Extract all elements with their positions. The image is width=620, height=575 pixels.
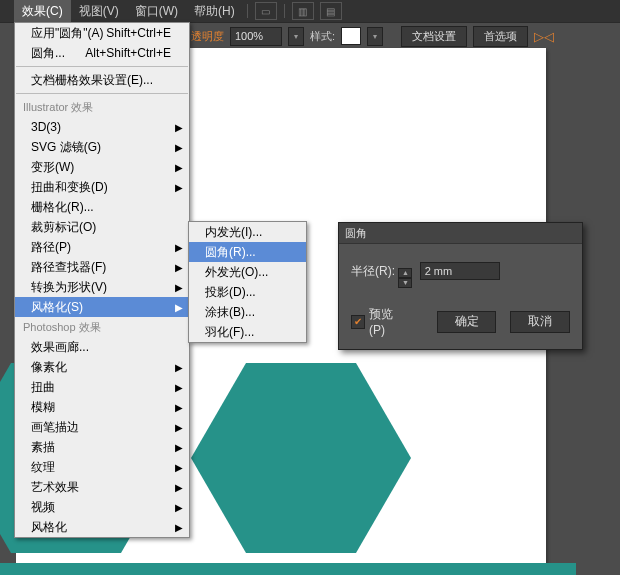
menu-item-label: 圆角(R)... bbox=[205, 244, 256, 261]
submenu-arrow-icon: ▶ bbox=[175, 122, 183, 133]
menu-item[interactable]: 内发光(I)... bbox=[189, 222, 306, 242]
menu-item-label: 路径(P) bbox=[31, 239, 71, 256]
menu-item[interactable]: 路径(P)▶ bbox=[15, 237, 189, 257]
ok-button[interactable]: 确定 bbox=[437, 311, 497, 333]
menubar: 效果(C) 视图(V) 窗口(W) 帮助(H) ▭ ▥ ▤ bbox=[0, 0, 620, 22]
menu-item-label: 扭曲 bbox=[31, 379, 55, 396]
style-label: 样式: bbox=[310, 29, 335, 44]
menu-item-label: 视频 bbox=[31, 499, 55, 516]
radius-label: 半径(R): bbox=[351, 264, 395, 278]
menu-shortcut: Shift+Ctrl+E bbox=[106, 26, 171, 40]
menu-item[interactable]: 羽化(F)... bbox=[189, 322, 306, 342]
menu-item-label: 纹理 bbox=[31, 459, 55, 476]
menu-view[interactable]: 视图(V) bbox=[71, 0, 127, 22]
menu-raster-settings[interactable]: 文档栅格效果设置(E)... bbox=[15, 70, 189, 90]
submenu-arrow-icon: ▶ bbox=[175, 442, 183, 453]
menu-item[interactable]: SVG 滤镜(G)▶ bbox=[15, 137, 189, 157]
submenu-arrow-icon: ▶ bbox=[175, 482, 183, 493]
menu-item[interactable]: 投影(D)... bbox=[189, 282, 306, 302]
menu-item[interactable]: 3D(3)▶ bbox=[15, 117, 189, 137]
submenu-arrow-icon: ▶ bbox=[175, 142, 183, 153]
stylize-submenu: 内发光(I)...圆角(R)...外发光(O)...投影(D)...涂抹(B).… bbox=[188, 221, 307, 343]
toolbar-icon3[interactable]: ▤ bbox=[320, 2, 342, 20]
preview-label: 预览(P) bbox=[369, 306, 409, 337]
menu-item-label: 扭曲和变换(D) bbox=[31, 179, 108, 196]
menu-item-label: 3D(3) bbox=[31, 120, 61, 134]
submenu-arrow-icon: ▶ bbox=[175, 302, 183, 313]
menu-item[interactable]: 路径查找器(F)▶ bbox=[15, 257, 189, 277]
menu-effects[interactable]: 效果(C) bbox=[14, 0, 71, 22]
opacity-dropdown[interactable]: ▾ bbox=[288, 27, 304, 46]
submenu-arrow-icon: ▶ bbox=[175, 522, 183, 533]
style-swatch[interactable] bbox=[341, 27, 361, 45]
menu-item[interactable]: 风格化(S)▶ bbox=[15, 297, 189, 317]
submenu-arrow-icon: ▶ bbox=[175, 382, 183, 393]
radius-input[interactable] bbox=[420, 262, 500, 280]
menu-item-label: 外发光(O)... bbox=[205, 264, 268, 281]
menu-item-label: 素描 bbox=[31, 439, 55, 456]
radius-stepper[interactable]: ▲▼ bbox=[398, 268, 412, 288]
rect-shape[interactable] bbox=[0, 563, 576, 575]
prefs-button[interactable]: 首选项 bbox=[473, 26, 528, 47]
menu-item-label: 画笔描边 bbox=[31, 419, 79, 436]
menu-item[interactable]: 栅格化(R)... bbox=[15, 197, 189, 217]
menu-item-label: 应用"圆角"(A) bbox=[31, 25, 104, 42]
toolbar-icon1[interactable]: ▭ bbox=[255, 2, 277, 20]
menu-item-label: 变形(W) bbox=[31, 159, 74, 176]
menu-item[interactable]: 外发光(O)... bbox=[189, 262, 306, 282]
effects-menu: 应用"圆角"(A) Shift+Ctrl+E 圆角... Alt+Shift+C… bbox=[14, 22, 190, 538]
menu-item-label: 内发光(I)... bbox=[205, 224, 262, 241]
menu-item[interactable]: 效果画廊... bbox=[15, 337, 189, 357]
menu-help[interactable]: 帮助(H) bbox=[186, 0, 243, 22]
hexagon-shape[interactable] bbox=[191, 363, 411, 553]
menu-apply-effect[interactable]: 应用"圆角"(A) Shift+Ctrl+E bbox=[15, 23, 189, 43]
menu-item-label: 效果画廊... bbox=[31, 339, 89, 356]
round-corners-dialog: 圆角 半径(R): ▲▼ ✔ 预览(P) 确定 取消 bbox=[338, 222, 583, 350]
preview-checkbox[interactable]: ✔ 预览(P) bbox=[351, 306, 409, 337]
submenu-arrow-icon: ▶ bbox=[175, 182, 183, 193]
submenu-arrow-icon: ▶ bbox=[175, 282, 183, 293]
menu-item[interactable]: 扭曲▶ bbox=[15, 377, 189, 397]
menu-item[interactable]: 扭曲和变换(D)▶ bbox=[15, 177, 189, 197]
menu-item-label: 栅格化(R)... bbox=[31, 199, 94, 216]
submenu-arrow-icon: ▶ bbox=[175, 502, 183, 513]
style-dropdown[interactable]: ▾ bbox=[367, 27, 383, 46]
menu-item[interactable]: 素描▶ bbox=[15, 437, 189, 457]
toolbar-icon2[interactable]: ▥ bbox=[292, 2, 314, 20]
opacity-input[interactable] bbox=[230, 27, 282, 46]
menu-item-label: 风格化(S) bbox=[31, 299, 83, 316]
menu-item[interactable]: 模糊▶ bbox=[15, 397, 189, 417]
menu-item[interactable]: 裁剪标记(O) bbox=[15, 217, 189, 237]
cancel-button[interactable]: 取消 bbox=[510, 311, 570, 333]
menu-item[interactable]: 画笔描边▶ bbox=[15, 417, 189, 437]
menu-item-label: 裁剪标记(O) bbox=[31, 219, 96, 236]
dialog-title: 圆角 bbox=[339, 223, 582, 244]
menu-item[interactable]: 风格化▶ bbox=[15, 517, 189, 537]
menu-item-label: 圆角... bbox=[31, 45, 65, 62]
menu-item-label: 路径查找器(F) bbox=[31, 259, 106, 276]
menu-shortcut: Alt+Shift+Ctrl+E bbox=[85, 46, 171, 60]
menu-item[interactable]: 像素化▶ bbox=[15, 357, 189, 377]
menu-item[interactable]: 艺术效果▶ bbox=[15, 477, 189, 497]
menu-item-label: 羽化(F)... bbox=[205, 324, 254, 341]
submenu-arrow-icon: ▶ bbox=[175, 462, 183, 473]
menu-window[interactable]: 窗口(W) bbox=[127, 0, 186, 22]
submenu-arrow-icon: ▶ bbox=[175, 402, 183, 413]
menu-reapply-effect[interactable]: 圆角... Alt+Shift+Ctrl+E bbox=[15, 43, 189, 63]
menu-item[interactable]: 圆角(R)... bbox=[189, 242, 306, 262]
menu-item[interactable]: 变形(W)▶ bbox=[15, 157, 189, 177]
submenu-arrow-icon: ▶ bbox=[175, 262, 183, 273]
menu-item-label: 像素化 bbox=[31, 359, 67, 376]
menu-item-label: 转换为形状(V) bbox=[31, 279, 107, 296]
doc-setup-button[interactable]: 文档设置 bbox=[401, 26, 467, 47]
menu-item[interactable]: 视频▶ bbox=[15, 497, 189, 517]
menu-item[interactable]: 涂抹(B)... bbox=[189, 302, 306, 322]
menu-item-label: SVG 滤镜(G) bbox=[31, 139, 101, 156]
menu-item[interactable]: 纹理▶ bbox=[15, 457, 189, 477]
submenu-arrow-icon: ▶ bbox=[175, 162, 183, 173]
checkbox-icon: ✔ bbox=[351, 315, 365, 329]
align-icon[interactable]: ▷◁ bbox=[534, 29, 554, 44]
submenu-arrow-icon: ▶ bbox=[175, 362, 183, 373]
menu-item[interactable]: 转换为形状(V)▶ bbox=[15, 277, 189, 297]
menu-item-label: 风格化 bbox=[31, 519, 67, 536]
